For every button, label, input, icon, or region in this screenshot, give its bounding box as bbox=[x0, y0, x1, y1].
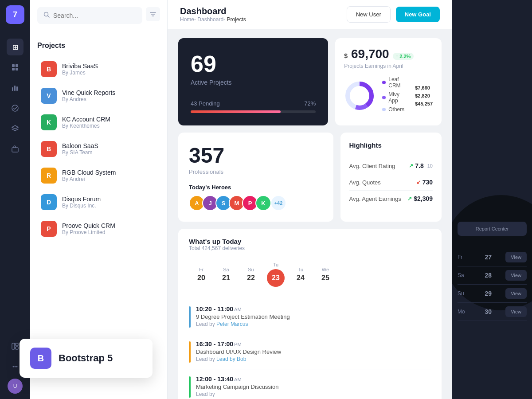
active-projects-count: 69 bbox=[191, 51, 316, 77]
svg-rect-11 bbox=[16, 347, 18, 349]
event-lead-link[interactable]: Peter Marcus bbox=[216, 321, 248, 327]
report-center-button[interactable]: Report Cecnter bbox=[458, 222, 527, 236]
search-icon bbox=[43, 12, 50, 20]
svg-rect-8 bbox=[12, 148, 18, 152]
event-item: 16:30 - 17:00PM Dashboard UI/UX Design R… bbox=[189, 334, 431, 369]
today-section: What's up Today Total 424,567 deliveries… bbox=[178, 229, 442, 399]
event-lead-link[interactable]: Lead by Bob bbox=[216, 356, 246, 362]
right-panel: Explore Help Buy now Report Cecnter Fr 2… bbox=[452, 0, 532, 399]
bootstrap-title: Bootstrap 5 bbox=[59, 352, 113, 364]
svg-point-7 bbox=[12, 105, 18, 111]
progress-bar bbox=[191, 110, 316, 113]
list-item[interactable]: V Vine Quick Reports By Andres bbox=[37, 83, 160, 108]
list-item[interactable]: R RGB Cloud System By Andrei bbox=[37, 163, 160, 188]
progress-fill bbox=[191, 110, 281, 113]
breadcrumb-dashboard[interactable]: Dashboard- bbox=[197, 16, 225, 23]
header-actions: New User New Goal bbox=[347, 6, 440, 23]
legend-val-others: $45,257 bbox=[415, 101, 433, 106]
calendar-day[interactable]: Tu23 bbox=[263, 258, 288, 290]
svg-rect-9 bbox=[12, 343, 15, 349]
row-1: 69 Active Projects 43 Pending 72% $ 69,7… bbox=[178, 38, 442, 125]
calendar-day[interactable]: Su22 bbox=[239, 263, 263, 286]
highlights-rows: Avg. Client Rating ↗ 7.810 Avg. Quotes ↙… bbox=[349, 158, 433, 207]
event-item: 12:00 - 13:40AM Marketing Campaign Discu… bbox=[189, 369, 431, 399]
pending-label: 43 Pending bbox=[191, 100, 220, 107]
view-button[interactable]: View bbox=[505, 270, 527, 281]
highlights-title: Highlights bbox=[349, 141, 433, 149]
svg-rect-3 bbox=[16, 68, 18, 70]
heroes-avatars: AJSMPK+42 bbox=[189, 195, 323, 211]
svg-point-13 bbox=[15, 366, 16, 368]
row-2: 357 Professionals Today's Heroes AJSMPK+… bbox=[178, 133, 442, 222]
main-content: Dashboard Home- Dashboard- Projects New … bbox=[168, 0, 452, 399]
user-badge[interactable]: 7 bbox=[6, 5, 24, 24]
legend-item-mivy: Mivy App bbox=[382, 91, 404, 104]
bootstrap-icon: B bbox=[30, 348, 51, 369]
sidebar-item-check[interactable] bbox=[7, 100, 23, 117]
sidebar-item-layers[interactable] bbox=[7, 120, 23, 137]
view-button[interactable]: View bbox=[505, 288, 527, 299]
new-goal-button[interactable]: New Goal bbox=[396, 7, 440, 22]
professionals-card: 357 Professionals Today's Heroes AJSMPK+… bbox=[178, 133, 333, 222]
list-item[interactable]: D Disqus Forum By Disqus Inc. bbox=[37, 190, 160, 215]
event-item: 10:20 - 11:00AM 9 Degree Project Estimat… bbox=[189, 299, 431, 334]
calendar-day[interactable]: Sa21 bbox=[214, 263, 239, 286]
sidebar-item-grid[interactable]: ⊞ bbox=[7, 39, 23, 55]
earnings-header: $ 69,700 ↑ 2.2% bbox=[344, 47, 433, 61]
right-cal-row: Mo 30 View bbox=[458, 303, 527, 321]
calendar-strip: Fr20Sa21Su22Tu23Tu24We25 bbox=[189, 258, 431, 290]
heroes-plus: +42 bbox=[270, 195, 286, 211]
projects-list: B Briviba SaaS By James V Vine Quick Rep… bbox=[37, 57, 160, 241]
earnings-subtitle: Projects Earnings in April bbox=[344, 63, 433, 69]
sidebar-item-modules[interactable] bbox=[7, 59, 23, 76]
today-title: What's up Today bbox=[189, 238, 431, 245]
list-item[interactable]: B Baloon SaaS By SIA Team bbox=[37, 137, 160, 161]
svg-rect-2 bbox=[12, 68, 15, 70]
current-user-avatar[interactable]: U bbox=[8, 379, 23, 394]
filter-button[interactable] bbox=[146, 7, 160, 21]
view-button[interactable]: View bbox=[505, 306, 527, 317]
svg-point-14 bbox=[16, 366, 18, 368]
header: Dashboard Home- Dashboard- Projects New … bbox=[168, 0, 452, 29]
legend-val-leaf: $7,660 bbox=[415, 85, 433, 90]
calendar-day[interactable]: Tu24 bbox=[288, 263, 313, 286]
legend-item-leaf: Leaf CRM bbox=[382, 76, 404, 89]
svg-rect-4 bbox=[12, 87, 13, 91]
donut-legend: Leaf CRM Mivy App Others bbox=[382, 76, 404, 115]
earnings-card: $ 69,700 ↑ 2.2% Projects Earnings in Apr… bbox=[335, 38, 442, 125]
new-user-button[interactable]: New User bbox=[347, 6, 391, 23]
breadcrumb-current: Projects bbox=[227, 16, 246, 23]
earnings-badge: ↑ 2.2% bbox=[393, 53, 414, 60]
sidebar-item-chart[interactable] bbox=[7, 79, 23, 96]
calendar-day[interactable]: We25 bbox=[313, 263, 338, 286]
professionals-label: Professionals bbox=[189, 168, 323, 175]
bootstrap-card: B Bootstrap 5 bbox=[30, 339, 153, 378]
pending-row: 43 Pending 72% bbox=[191, 100, 316, 107]
donut-chart bbox=[344, 80, 375, 111]
dashboard-body: 69 Active Projects 43 Pending 72% $ 69,7… bbox=[168, 29, 452, 399]
progress-percent: 72% bbox=[304, 100, 316, 107]
dollar-sign: $ bbox=[344, 52, 348, 59]
events-list: 10:20 - 11:00AM 9 Degree Project Estimat… bbox=[189, 299, 431, 399]
page-title: Dashboard bbox=[180, 6, 246, 16]
list-item[interactable]: B Briviba SaaS By James bbox=[37, 57, 160, 82]
earnings-amount: 69,700 bbox=[351, 47, 389, 61]
view-button[interactable]: View bbox=[505, 252, 527, 262]
highlights-card: Highlights Avg. Client Rating ↗ 7.810 Av… bbox=[340, 133, 442, 222]
professionals-count: 357 bbox=[189, 143, 323, 168]
calendar-day[interactable]: Fr20 bbox=[189, 263, 214, 286]
list-item[interactable]: K KC Account CRM By Keenthemes bbox=[37, 110, 160, 135]
breadcrumb-home[interactable]: Home- bbox=[180, 16, 196, 23]
highlight-row: Avg. Client Rating ↗ 7.810 bbox=[349, 158, 433, 174]
right-cal-row: Su 29 View bbox=[458, 285, 527, 303]
legend-item-others: Others bbox=[382, 106, 404, 113]
list-item[interactable]: P Proove Quick CRM By Proove Limited bbox=[37, 216, 160, 241]
svg-rect-0 bbox=[12, 64, 15, 67]
svg-point-12 bbox=[13, 366, 14, 368]
search-input[interactable] bbox=[53, 12, 136, 19]
active-projects-card: 69 Active Projects 43 Pending 72% bbox=[178, 38, 328, 125]
active-projects-label: Active Projects bbox=[191, 79, 316, 86]
sidebar-item-briefcase[interactable] bbox=[7, 141, 23, 157]
legend-val-mivy: $2,820 bbox=[415, 93, 433, 98]
highlight-row: Avg. Quotes ↙ 730 bbox=[349, 174, 433, 191]
